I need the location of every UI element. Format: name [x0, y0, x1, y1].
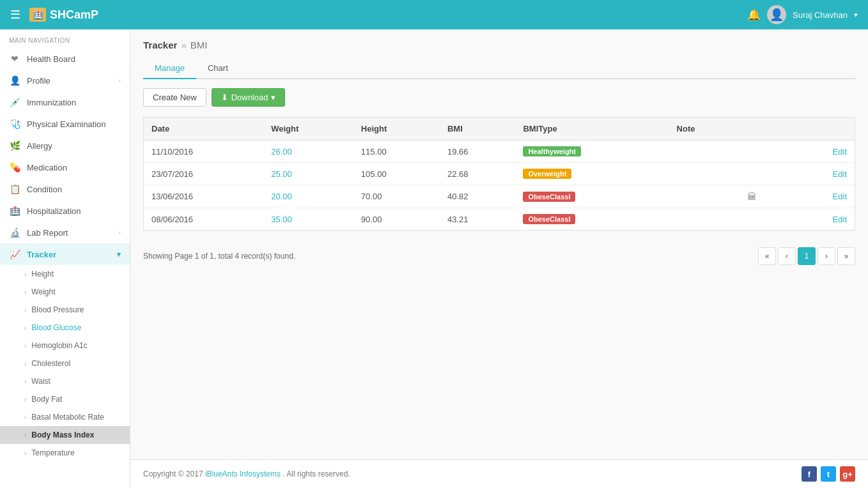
breadcrumb: Tracker » BMI: [143, 40, 855, 50]
cell-date-2: 13/06/2016: [144, 185, 264, 208]
sidebar-sub-blood-glucose[interactable]: › Blood Glucose: [0, 319, 130, 337]
sidebar-item-medication[interactable]: 💊 Medication: [0, 156, 130, 178]
cell-date-0: 11/10/2016: [144, 141, 264, 163]
table-row: 13/06/2016 20.00 70.00 40.82 ObeseClassI…: [144, 185, 855, 208]
sidebar-item-allergy[interactable]: 🌿 Allergy: [0, 135, 130, 156]
page-1-button[interactable]: 1: [798, 247, 816, 265]
sidebar-sub-weight[interactable]: › Weight: [0, 283, 130, 301]
footer-company-link[interactable]: iBlueAnts Infosystems: [205, 469, 281, 478]
physical-exam-icon: 🩺: [9, 119, 20, 129]
user-avatar: 👤: [767, 5, 786, 24]
height-sub-arrow: ›: [24, 271, 26, 278]
cell-edit-0[interactable]: Edit: [792, 141, 855, 163]
cell-bmitype-2: ObeseClassI: [515, 185, 669, 208]
sidebar-sub-cholesterol[interactable]: › Cholesterol: [0, 355, 130, 372]
tracker-icon: 📈: [9, 249, 20, 259]
blood-glucose-sub-arrow: ›: [24, 324, 26, 332]
cell-edit-2[interactable]: Edit: [792, 185, 855, 208]
sidebar-item-hospitalization[interactable]: 🏥 Hospitalization: [0, 200, 130, 222]
lab-report-arrow: ›: [118, 229, 121, 236]
sidebar-sub-hemoglobin[interactable]: › Hemoglobin A1c: [0, 337, 130, 355]
cell-note-2: [669, 185, 740, 208]
table-row: 23/07/2016 25.00 105.00 22.68 Overweight…: [144, 163, 855, 185]
cell-delete-3: [740, 208, 792, 231]
sidebar-item-lab-report[interactable]: 🔬 Lab Report ›: [0, 222, 130, 243]
sidebar-sub-blood-pressure[interactable]: › Blood Pressure: [0, 301, 130, 319]
cell-bmitype-0: Healthyweight: [515, 141, 669, 163]
sidebar-sub-label-waist: Waist: [31, 377, 50, 386]
page-prev-button[interactable]: ‹: [778, 247, 796, 265]
delete-icon[interactable]: 🏛: [747, 191, 757, 202]
cell-weight-0[interactable]: 26.00: [263, 141, 353, 163]
pagination-row: Showing Page 1 of 1, total 4 record(s) f…: [143, 238, 855, 265]
sidebar-item-condition[interactable]: 📋 Condition: [0, 178, 130, 200]
breadcrumb-main: Tracker: [143, 40, 177, 50]
footer-rights-text: . All rights reserved.: [283, 469, 350, 478]
col-height: Height: [353, 118, 440, 141]
sidebar-sub-label-basal-metabolic: Basal Metabolic Rate: [31, 413, 104, 422]
tab-manage[interactable]: Manage: [143, 58, 196, 79]
hamburger-menu[interactable]: ☰: [10, 8, 20, 22]
sidebar-label-condition: Condition: [27, 185, 62, 194]
page-next-button[interactable]: ›: [818, 247, 835, 265]
sidebar-sub-label-body-fat: Body Fat: [31, 395, 62, 404]
cell-edit-1[interactable]: Edit: [792, 163, 855, 185]
sidebar-sub-height[interactable]: › Height: [0, 265, 130, 283]
sidebar-item-physical-examination[interactable]: 🩺 Physical Examination: [0, 113, 130, 135]
sidebar-item-profile[interactable]: 👤 Profile ›: [0, 70, 130, 91]
cell-edit-3[interactable]: Edit: [792, 208, 855, 231]
user-menu-caret[interactable]: ▾: [854, 11, 858, 19]
cell-bmitype-3: ObeseClassI: [515, 208, 669, 231]
hemoglobin-sub-arrow: ›: [24, 342, 26, 349]
app-name: SHCamP: [50, 8, 98, 22]
cell-weight-1[interactable]: 25.00: [263, 163, 353, 185]
col-actions1: [740, 118, 792, 141]
cell-weight-3[interactable]: 35.00: [263, 208, 353, 231]
sidebar-item-health-board[interactable]: ❤ Health Board: [0, 48, 130, 70]
facebook-icon[interactable]: f: [802, 466, 817, 482]
tab-chart[interactable]: Chart: [196, 58, 240, 79]
sidebar-item-tracker[interactable]: 📈 Tracker ▾: [0, 243, 130, 265]
cell-bmi-0: 19.66: [440, 141, 516, 163]
cell-note-3: [669, 208, 740, 231]
sidebar-sub-label-hemoglobin: Hemoglobin A1c: [31, 341, 87, 350]
sidebar-sub-basal-metabolic[interactable]: › Basal Metabolic Rate: [0, 408, 130, 426]
bell-icon[interactable]: 🔔: [747, 8, 761, 22]
cell-weight-2[interactable]: 20.00: [263, 185, 353, 208]
cell-delete-1: [740, 163, 792, 185]
googleplus-icon[interactable]: g+: [840, 466, 855, 482]
breadcrumb-sub: BMI: [190, 40, 208, 50]
cell-height-2: 70.00: [353, 185, 440, 208]
sidebar-sub-body-fat[interactable]: › Body Fat: [0, 390, 130, 408]
page-last-button[interactable]: »: [837, 247, 855, 265]
download-button[interactable]: ⬇ Download ▾: [212, 88, 286, 107]
allergy-icon: 🌿: [9, 141, 20, 151]
twitter-icon[interactable]: t: [821, 466, 836, 482]
waist-sub-arrow: ›: [24, 378, 26, 385]
col-weight: Weight: [263, 118, 353, 141]
col-bmitype: BMIType: [515, 118, 669, 141]
tracker-arrow: ▾: [117, 250, 121, 259]
table-header-row: Date Weight Height BMI BMIType Note: [144, 118, 855, 141]
create-new-button[interactable]: Create New: [143, 88, 206, 107]
sidebar-label-allergy: Allergy: [27, 141, 52, 151]
basal-metabolic-sub-arrow: ›: [24, 414, 26, 421]
sidebar-sub-label-bmi: Body Mass Index: [31, 431, 94, 439]
bmi-sub-arrow: ›: [24, 432, 26, 439]
sidebar-sub-body-mass-index[interactable]: › Body Mass Index: [0, 426, 130, 444]
sidebar-sub-waist[interactable]: › Waist: [0, 372, 130, 390]
pagination-info: Showing Page 1 of 1, total 4 record(s) f…: [143, 252, 295, 261]
sidebar-sub-label-blood-pressure: Blood Pressure: [31, 305, 84, 314]
sidebar-sub-temperature[interactable]: › Temperature: [0, 444, 130, 462]
cell-bmi-3: 43.21: [440, 208, 516, 231]
cell-note-0: [669, 141, 740, 163]
sidebar-label-profile: Profile: [27, 76, 50, 86]
main-content-area: Tracker » BMI Manage Chart Create New ⬇ …: [130, 29, 868, 488]
cholesterol-sub-arrow: ›: [24, 360, 26, 367]
cell-delete-2[interactable]: 🏛: [740, 185, 792, 208]
sidebar-item-immunization[interactable]: 💉 Immunization: [0, 91, 130, 113]
footer-copyright-text: Copyright © 2017: [143, 469, 203, 478]
sidebar-label-physical-examination: Physical Examination: [27, 119, 106, 129]
page-first-button[interactable]: «: [758, 247, 776, 265]
sidebar-label-hospitalization: Hospitalization: [27, 206, 81, 216]
